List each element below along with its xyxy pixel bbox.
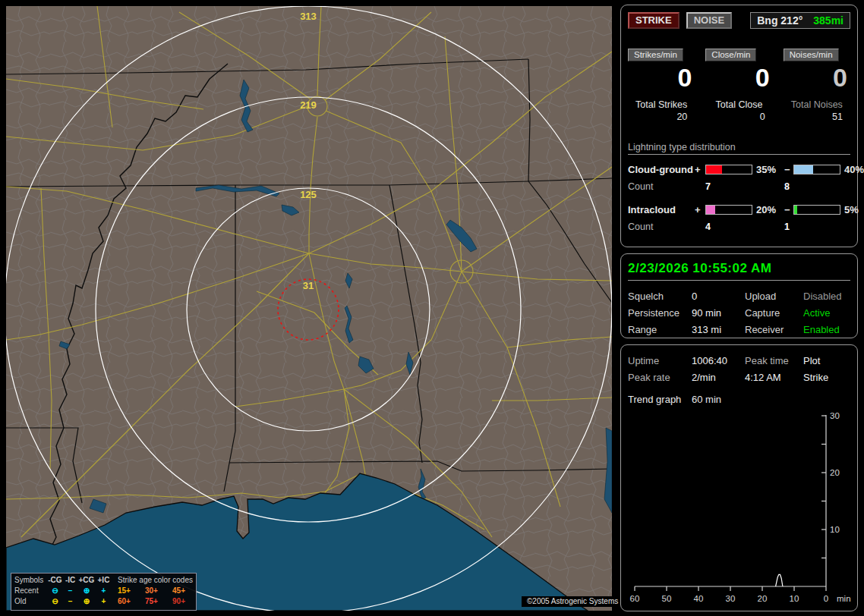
cg-positive-percent: 35% <box>752 164 784 175</box>
cg-positive-count: 7 <box>705 181 784 192</box>
age-15: 15+ <box>112 586 145 596</box>
map-canvas: 313 219 125 31 <box>6 6 612 611</box>
plus-sign: + <box>695 204 705 215</box>
age-90: 90+ <box>172 596 193 607</box>
status-panel: 2/23/2026 10:55:02 AM Squelch 0 Upload D… <box>620 253 858 338</box>
minus-sign: − <box>784 204 793 215</box>
total-close-value: 0 <box>705 112 772 122</box>
svg-text:30: 30 <box>830 411 840 420</box>
legend-col-pos-cg: +CG <box>77 575 96 586</box>
recent-neg-ic-icon: − <box>63 586 77 596</box>
plus-sign: + <box>695 164 705 175</box>
ring-label-31: 31 <box>303 280 314 291</box>
upload-status: Disabled <box>803 291 850 302</box>
legend-old-label: Old <box>14 596 47 607</box>
trend-graph-label: Trend graph <box>628 394 692 405</box>
minus-sign: − <box>784 164 793 175</box>
legend-recent-label: Recent <box>14 586 47 596</box>
range-label: Range <box>628 324 692 335</box>
age-45: 45+ <box>172 586 193 596</box>
svg-text:0: 0 <box>824 594 828 603</box>
cg-negative-percent: 40% <box>840 164 864 175</box>
legend-col-neg-cg: -CG <box>47 575 64 586</box>
ring-label-219: 219 <box>300 99 317 111</box>
legend-col-neg-ic: -IC <box>63 575 77 586</box>
range-value: 313 mi <box>692 324 745 335</box>
stats-panel: Uptime 1006:40 Peak time Plot Peak rate … <box>620 344 858 611</box>
total-strikes-label: Total Strikes <box>628 99 695 110</box>
ic-negative-bar <box>793 205 840 215</box>
peak-time-label: Peak time <box>745 355 803 366</box>
age-75: 75+ <box>145 596 172 607</box>
age-30: 30+ <box>145 586 172 596</box>
close-per-min-value: 0 <box>705 64 772 90</box>
peak-time-value: 4:12 AM <box>745 372 803 383</box>
bearing-value: Bng 212° <box>757 14 803 27</box>
system-datetime: 2/23/2026 10:55:02 AM <box>628 261 850 281</box>
plot-mode-value: Plot <box>803 355 850 366</box>
ic-negative-percent: 5% <box>840 204 859 215</box>
uptime-value: 1006:40 <box>692 355 745 366</box>
old-neg-cg-icon: ⊖ <box>47 596 64 607</box>
recent-pos-ic-icon: + <box>96 586 112 596</box>
plot-type-value: Strike <box>803 372 850 383</box>
noises-per-min-value: 0 <box>784 64 850 90</box>
peak-rate-label: Peak rate <box>628 372 692 383</box>
ring-label-313: 313 <box>300 11 317 22</box>
ic-count-label: Count <box>628 222 705 232</box>
recent-neg-cg-icon: ⊖ <box>47 586 64 596</box>
receiver-status: Enabled <box>803 324 850 335</box>
bearing-distance: 385mi <box>813 14 844 27</box>
svg-text:10: 10 <box>830 525 840 534</box>
trend-graph: 3020106050403020100min <box>627 410 855 611</box>
ic-negative-count: 1 <box>784 222 850 232</box>
cg-count-label: Count <box>628 181 705 192</box>
old-neg-ic-icon: − <box>63 596 77 607</box>
squelch-value: 0 <box>692 291 745 302</box>
svg-text:50: 50 <box>662 594 672 603</box>
recent-pos-cg-icon: ⊕ <box>77 586 96 596</box>
lightning-map[interactable]: 313 219 125 31 <box>6 6 612 611</box>
old-pos-ic-icon: + <box>96 596 112 607</box>
capture-status: Active <box>803 307 850 319</box>
persistence-label: Persistence <box>628 307 692 319</box>
counters-panel: STRIKE NOISE Bng 212° 385mi Strikes/min … <box>620 5 858 247</box>
cg-positive-bar <box>705 165 752 174</box>
age-60: 60+ <box>112 596 145 607</box>
svg-text:60: 60 <box>630 594 640 603</box>
close-per-min-button[interactable]: Close/min <box>705 49 756 61</box>
copyright-text: ©2005 Astrogenic Systems <box>522 596 623 607</box>
upload-label: Upload <box>745 291 803 302</box>
total-close-label: Total Close <box>705 99 772 110</box>
total-strikes-value: 20 <box>628 112 695 122</box>
ic-positive-percent: 20% <box>752 204 784 215</box>
svg-text:20: 20 <box>758 594 768 603</box>
ic-positive-count: 4 <box>705 222 784 232</box>
intracloud-label: Intracloud <box>628 204 695 215</box>
cloud-ground-label: Cloud-ground <box>628 164 695 175</box>
svg-text:min: min <box>837 594 851 603</box>
distribution-heading: Lightning type distribution <box>628 142 850 155</box>
svg-text:10: 10 <box>790 594 799 603</box>
noise-toggle-button[interactable]: NOISE <box>686 12 732 29</box>
persistence-value: 90 min <box>692 307 745 319</box>
bearing-indicator: Bng 212° 385mi <box>750 12 850 29</box>
legend-symbols-header: Symbols <box>14 575 47 586</box>
noises-per-min-button[interactable]: Noises/min <box>784 49 839 61</box>
svg-text:30: 30 <box>726 594 736 603</box>
cg-negative-bar <box>793 165 840 174</box>
old-pos-cg-icon: ⊕ <box>77 596 96 607</box>
total-noises-label: Total Noises <box>784 99 850 110</box>
total-noises-value: 51 <box>784 112 850 122</box>
strikes-per-min-button[interactable]: Strikes/min <box>628 49 683 61</box>
receiver-label: Receiver <box>745 324 803 335</box>
nexstorm-app: { "map": { "ring_labels": ["313", "219",… <box>0 0 864 616</box>
legend-col-pos-ic: +IC <box>96 575 112 586</box>
trend-graph-value: 60 min <box>692 394 850 405</box>
peak-rate-value: 2/min <box>692 372 745 383</box>
capture-label: Capture <box>745 307 803 319</box>
squelch-label: Squelch <box>628 291 692 302</box>
legend-age-header: Strike age color codes <box>112 575 193 586</box>
strike-toggle-button[interactable]: STRIKE <box>628 12 680 29</box>
ring-label-125: 125 <box>300 189 317 200</box>
